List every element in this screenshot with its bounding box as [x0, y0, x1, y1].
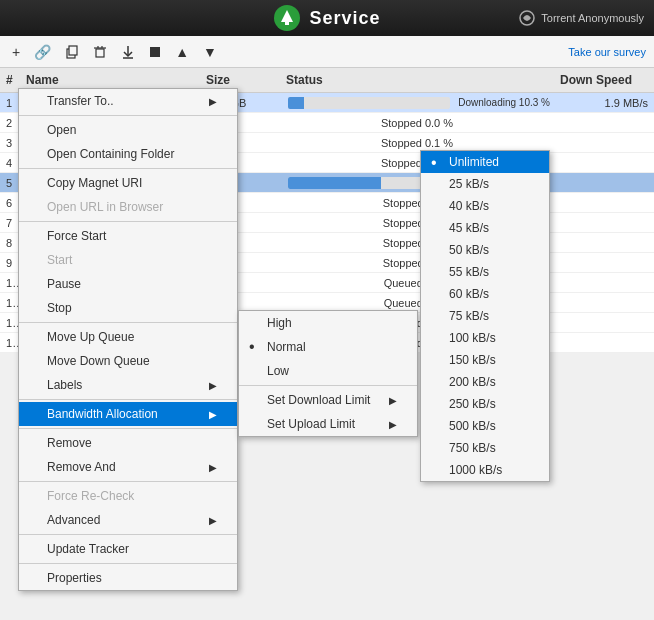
- submenu-arrow: ▶: [209, 380, 217, 391]
- menu-item-advanced[interactable]: Advanced▶: [19, 508, 237, 532]
- row-speed: [554, 262, 654, 264]
- status-cell: Stopped 0.0 %: [280, 116, 554, 130]
- speed-option-100-kb/s[interactable]: 100 kB/s: [421, 327, 549, 349]
- header-title: Service: [309, 8, 380, 29]
- menu-item-open[interactable]: Open: [19, 118, 237, 142]
- down-button[interactable]: ▼: [199, 42, 221, 62]
- menu-item-label: Open URL in Browser: [47, 200, 163, 214]
- row-num: 11: [0, 296, 20, 310]
- col-status: Status: [280, 71, 554, 89]
- link-button[interactable]: 🔗: [30, 42, 55, 62]
- submenu-arrow: ▶: [389, 395, 397, 406]
- menu-item-label: Copy Magnet URI: [47, 176, 142, 190]
- delete-button[interactable]: [89, 43, 111, 61]
- svg-rect-6: [96, 49, 104, 57]
- copy-icon: [65, 45, 79, 59]
- row-speed: [554, 122, 654, 124]
- speed-option-250-kb/s[interactable]: 250 kB/s: [421, 393, 549, 415]
- row-num: 1: [0, 96, 20, 110]
- bandwidth-label: Set Upload Limit: [267, 417, 355, 431]
- menu-item-move-up-queue[interactable]: Move Up Queue: [19, 325, 237, 349]
- bandwidth-option-set-upload-limit[interactable]: Set Upload Limit▶: [239, 412, 417, 436]
- speed-option-40-kb/s[interactable]: 40 kB/s: [421, 195, 549, 217]
- menu-item-bandwidth-allocation[interactable]: Bandwidth Allocation▶: [19, 402, 237, 426]
- col-name: Name: [20, 71, 200, 89]
- menu-separator: [19, 221, 237, 222]
- speed-option-150-kb/s[interactable]: 150 kB/s: [421, 349, 549, 371]
- speed-option-60-kb/s[interactable]: 60 kB/s: [421, 283, 549, 305]
- speed-label: 75 kB/s: [449, 309, 489, 323]
- menu-item-remove-and[interactable]: Remove And▶: [19, 455, 237, 479]
- speed-label: 150 kB/s: [449, 353, 496, 367]
- row-speed: [554, 182, 654, 184]
- menu-item-transfer-to..[interactable]: Transfer To..▶: [19, 89, 237, 113]
- bandwidth-label: High: [267, 316, 292, 330]
- row-num: 6: [0, 196, 20, 210]
- speed-option-45-kb/s[interactable]: 45 kB/s: [421, 217, 549, 239]
- speed-option-500-kb/s[interactable]: 500 kB/s: [421, 415, 549, 437]
- survey-link[interactable]: Take our survey: [568, 46, 646, 58]
- menu-item-label: Move Up Queue: [47, 330, 134, 344]
- row-num: 8: [0, 236, 20, 250]
- bandwidth-option-high[interactable]: High: [239, 311, 417, 335]
- context-menu: Transfer To..▶OpenOpen Containing Folder…: [18, 88, 238, 591]
- speed-option-25-kb/s[interactable]: 25 kB/s: [421, 173, 549, 195]
- speed-option-55-kb/s[interactable]: 55 kB/s: [421, 261, 549, 283]
- speed-label: 1000 kB/s: [449, 463, 502, 477]
- menu-item-force-re-check: Force Re-Check: [19, 484, 237, 508]
- menu-item-label: Properties: [47, 571, 102, 585]
- add-button[interactable]: +: [8, 42, 24, 62]
- speed-option-750-kb/s[interactable]: 750 kB/s: [421, 437, 549, 459]
- speed-label: 40 kB/s: [449, 199, 489, 213]
- bandwidth-option-set-download-limit[interactable]: Set Download Limit▶: [239, 388, 417, 412]
- menu-separator: [19, 428, 237, 429]
- svg-rect-2: [285, 21, 289, 25]
- bandwidth-option-low[interactable]: Low: [239, 359, 417, 383]
- speed-label: 750 kB/s: [449, 441, 496, 455]
- menu-item-remove[interactable]: Remove: [19, 431, 237, 455]
- bandwidth-label: Low: [267, 364, 289, 378]
- menu-item-label: Move Down Queue: [47, 354, 150, 368]
- menu-item-pause[interactable]: Pause: [19, 272, 237, 296]
- menu-item-open-containing-folder[interactable]: Open Containing Folder: [19, 142, 237, 166]
- speed-option-unlimited[interactable]: Unlimited: [421, 151, 549, 173]
- row-speed: [554, 282, 654, 284]
- menu-item-label: Transfer To..: [47, 94, 114, 108]
- col-size: Size: [200, 71, 280, 89]
- toolbar: + 🔗 ▲: [0, 36, 654, 68]
- trash-icon: [93, 45, 107, 59]
- submenu-arrow: ▶: [389, 419, 397, 430]
- speed-option-1000-kb/s[interactable]: 1000 kB/s: [421, 459, 549, 481]
- menu-item-move-down-queue[interactable]: Move Down Queue: [19, 349, 237, 373]
- toolbar-buttons: + 🔗 ▲: [8, 42, 221, 62]
- up-button[interactable]: ▲: [171, 42, 193, 62]
- row-num: 9: [0, 256, 20, 270]
- download-button[interactable]: [117, 43, 139, 61]
- bandwidth-option-normal[interactable]: Normal: [239, 335, 417, 359]
- menu-separator: [19, 322, 237, 323]
- row-num: 3: [0, 136, 20, 150]
- col-num: #: [0, 71, 20, 89]
- speed-option-200-kb/s[interactable]: 200 kB/s: [421, 371, 549, 393]
- menu-item-stop[interactable]: Stop: [19, 296, 237, 320]
- copy-button[interactable]: [61, 43, 83, 61]
- speed-option-75-kb/s[interactable]: 75 kB/s: [421, 305, 549, 327]
- row-speed: [554, 142, 654, 144]
- row-num: 5: [0, 176, 20, 190]
- bandwidth-label: Normal: [267, 340, 306, 354]
- row-num: 10: [0, 276, 20, 290]
- menu-separator: [19, 534, 237, 535]
- speed-option-50-kb/s[interactable]: 50 kB/s: [421, 239, 549, 261]
- menu-item-update-tracker[interactable]: Update Tracker: [19, 537, 237, 561]
- menu-item-labels[interactable]: Labels▶: [19, 373, 237, 397]
- menu-item-label: Advanced: [47, 513, 100, 527]
- menu-item-properties[interactable]: Properties: [19, 566, 237, 590]
- menu-separator: [19, 563, 237, 564]
- menu-item-force-start[interactable]: Force Start: [19, 224, 237, 248]
- menu-item-copy-magnet-uri[interactable]: Copy Magnet URI: [19, 171, 237, 195]
- speed-label: 50 kB/s: [449, 243, 489, 257]
- menu-separator: [19, 168, 237, 169]
- speed-label: Unlimited: [449, 155, 499, 169]
- submenu-bandwidth: HighNormalLowSet Download Limit▶Set Uplo…: [238, 310, 418, 437]
- stop-button[interactable]: [145, 44, 165, 60]
